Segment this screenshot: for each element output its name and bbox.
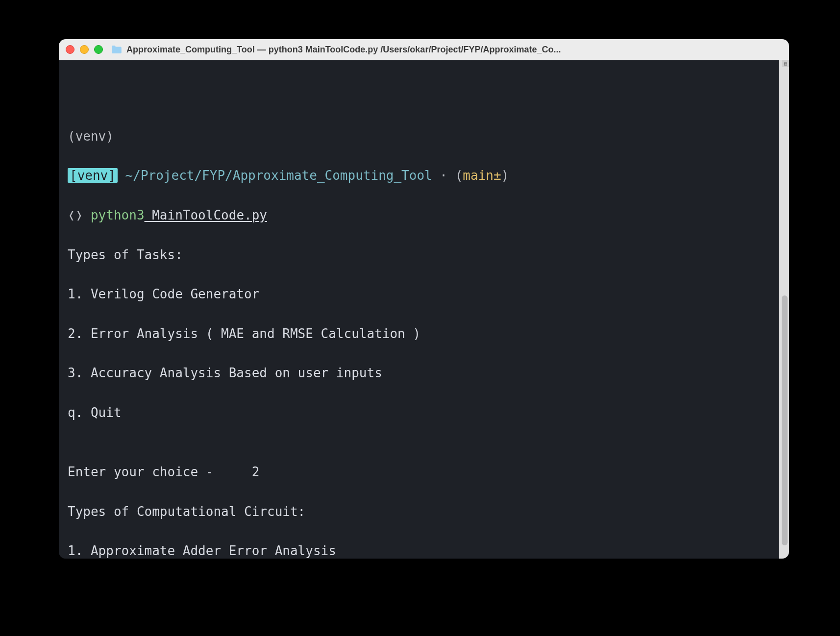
branch-open: ( bbox=[455, 168, 463, 183]
command-binary: python3 bbox=[91, 208, 145, 222]
scrollbar-grip-icon[interactable]: ▤ bbox=[782, 60, 789, 67]
command-arg: MainToolCode.py bbox=[145, 208, 267, 222]
task-option: q. Quit bbox=[68, 403, 773, 422]
circuit-option: 1. Approximate Adder Error Analysis bbox=[68, 541, 773, 559]
task-option: 2. Error Analysis ( MAE and RMSE Calcula… bbox=[68, 324, 773, 343]
choice-value: 2 bbox=[221, 465, 259, 479]
window-title: Approximate_Computing_Tool — python3 Mai… bbox=[126, 45, 782, 55]
zoom-icon[interactable] bbox=[94, 45, 103, 54]
task-option: 1. Verilog Code Generator bbox=[68, 284, 773, 304]
titlebar[interactable]: Approximate_Computing_Tool — python3 Mai… bbox=[59, 39, 789, 60]
minimize-icon[interactable] bbox=[80, 45, 89, 54]
terminal-output: (venv) [venv] ~/Project/FYP/Approximate_… bbox=[68, 107, 773, 559]
terminal-viewport[interactable]: (venv) [venv] ~/Project/FYP/Approximate_… bbox=[59, 60, 789, 559]
tasks-header: Types of Tasks: bbox=[68, 245, 773, 265]
close-icon[interactable] bbox=[66, 45, 74, 54]
choice-prompt: Enter your choice - bbox=[68, 465, 221, 479]
window-controls bbox=[66, 45, 103, 54]
folder-icon bbox=[111, 45, 122, 54]
venv-badge: [venv] bbox=[68, 168, 118, 183]
task-option: 3. Accuracy Analysis Based on user input… bbox=[68, 363, 773, 383]
prompt-separator: · bbox=[432, 168, 455, 183]
cwd-path: ~/Project/FYP/Approximate_Computing_Tool bbox=[118, 168, 432, 183]
prompt-symbol: ❬❭ bbox=[68, 208, 91, 222]
git-branch: main± bbox=[463, 168, 501, 183]
scrollbar-thumb[interactable] bbox=[782, 295, 788, 545]
circuit-header: Types of Computational Circuit: bbox=[68, 502, 773, 521]
branch-close: ) bbox=[501, 168, 509, 183]
venv-indicator: (venv) bbox=[68, 129, 122, 144]
scrollbar-track[interactable]: ▤ bbox=[779, 60, 789, 559]
terminal-window: Approximate_Computing_Tool — python3 Mai… bbox=[59, 39, 789, 559]
